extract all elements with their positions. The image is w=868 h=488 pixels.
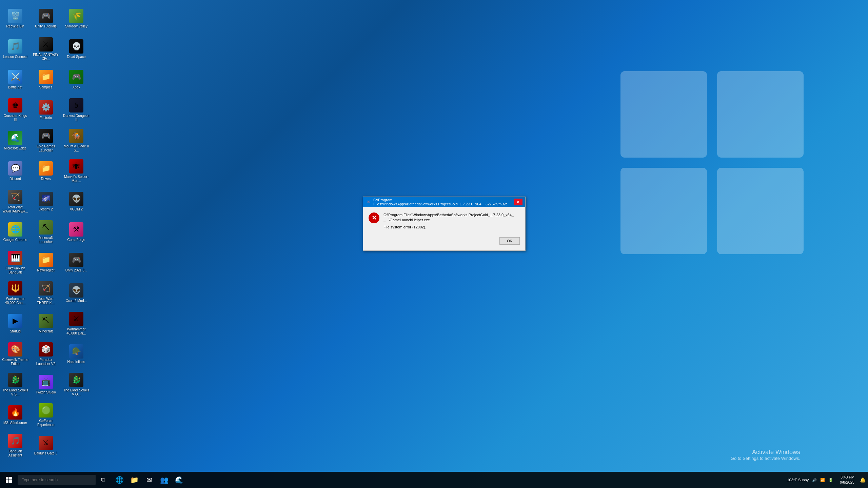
taskbar[interactable]: ⧉ 🌐 📁 ✉ 👥 🌊 103°F Sunny 🔊 📶 🔋 3:48 PM 9/… (0, 472, 868, 488)
desktop-icon-warhammer-2000[interactable]: ⚔ Warhammer 40,000 Dar... (61, 308, 92, 339)
icon-label-total-war-warhammer: Total War: WARHAMMER... (2, 205, 28, 214)
desktop-icon-minecraft-launcher[interactable]: ⛏ Minecraft Launcher (31, 217, 61, 247)
icon-label-cakewalk-bandlab: Cakewalk by BandLab (2, 266, 28, 274)
desktop-icon-destiny2[interactable]: 🌌 Destiny 2 (31, 186, 61, 217)
desktop-icon-dead-space[interactable]: 💀 Dead Space (61, 34, 92, 64)
desktop-icon-unity-tutorials[interactable]: 🎮 Unity Tutorials (31, 3, 61, 34)
desktop-icon-start-id[interactable]: ▶ Start.id (0, 308, 31, 339)
desktop-icon-marvels-spider[interactable]: 🕷 Marvel's Spider-Man... (61, 156, 92, 186)
icon-label-minecraft-launcher: Minecraft Launcher (33, 236, 59, 244)
desktop-icon-microsoft-edge[interactable]: 🌊 Microsoft Edge (0, 125, 31, 156)
svg-rect-0 (620, 71, 707, 158)
desktop-icon-new-project[interactable]: 📁 NewProject (31, 247, 61, 278)
icon-label-factorio: Factorio (40, 116, 52, 120)
desktop-icon-google-chrome[interactable]: 🌐 Google Chrome (0, 217, 31, 247)
taskbar-time: 3:48 PM (841, 475, 854, 480)
desktop-icon-twitch-studio[interactable]: 📺 Twitch Studio (31, 369, 61, 400)
taskbar-clock[interactable]: 3:48 PM 9/8/2023 (837, 475, 857, 485)
desktop-icon-cursed-forge[interactable]: ⚒ CurseForge (61, 217, 92, 247)
icon-image-mount-blade: 🏇 (69, 129, 83, 143)
desktop-icon-crusader-kings[interactable]: ♚ Crusader Kings III (0, 95, 31, 125)
desktop-icon-stardew-valley[interactable]: 🌾 Stardew Valley (61, 3, 92, 34)
icon-image-total-war-warhammer: 🏹 (8, 190, 22, 204)
desktop-icon-unity-2021[interactable]: 🎮 Unity 2021 3... (61, 247, 92, 278)
icon-image-epic-games: 🎮 (39, 129, 53, 143)
activate-subtitle: Go to Settings to activate Windows. (731, 456, 800, 461)
icon-label-cakewalk-theme: Cakewalk Theme Editor (2, 358, 28, 366)
icon-image-twitch-studio: 📺 (39, 375, 53, 389)
desktop-icon-recycle-bin[interactable]: 🗑️ Recycle Bin (0, 3, 31, 34)
desktop-icon-cakewalk-bandlab[interactable]: 🎹 Cakewalk by BandLab (0, 247, 31, 278)
desktop-icon-ffxiv[interactable]: ⚔ FINAL FANTASY XIV... (31, 34, 61, 64)
desktop-icon-elder-scrolls-v2[interactable]: 🐉 The Elder Scrolls V O... (61, 369, 92, 400)
error-dialog[interactable]: ✕ C:\Program Files\WindowsApps\BethedaSo… (363, 197, 526, 251)
desktop-icon-xbox[interactable]: 🎮 Xbox (61, 64, 92, 95)
taskbar-search-input[interactable] (18, 475, 96, 485)
desktop-icon-elder-scrolls-v1[interactable]: 🐉 The Elder Scrolls V S... (0, 369, 31, 400)
dialog-close-button[interactable]: ✕ (514, 199, 522, 205)
desktop-icon-nvidia-experience[interactable]: 🟢 GeForce Experience (31, 400, 61, 430)
desktop-icon-warhammer-40k[interactable]: 🔱 Warhammer 40,000 Cha... (0, 278, 31, 308)
svg-rect-1 (717, 71, 804, 158)
icon-label-google-chrome: Google Chrome (3, 238, 27, 242)
desktop-icon-darkest-dungeon[interactable]: 🕯 Darkest Dungeon II (61, 95, 92, 125)
icon-label-battle-net: Battle.net (8, 85, 22, 89)
svg-rect-3 (717, 168, 804, 254)
icon-image-cakewalk-theme: 🎨 (8, 342, 22, 357)
desktop-icon-xcom-mod[interactable]: 👽 Xcom2 Mod... (61, 278, 92, 308)
icon-image-baldurs-gate: ⚔ (39, 436, 53, 450)
desktop-icon-samples[interactable]: 📁 Samples (31, 64, 61, 95)
taskbar-volume-icon[interactable]: 📶 (819, 478, 826, 482)
desktop-icon-total-war-three[interactable]: 🏹 Total War: THREE K... (31, 278, 61, 308)
dialog-message: File system error (12002). (383, 225, 520, 229)
icon-label-destiny2: Destiny 2 (39, 207, 53, 211)
taskbar-explorer-icon[interactable]: 📁 (127, 472, 142, 487)
taskbar-battery-icon[interactable]: 🔋 (827, 478, 834, 482)
svg-rect-5 (9, 477, 12, 480)
icon-label-marvels-spider: Marvel's Spider-Man... (63, 175, 90, 183)
desktop-icon-battle-net[interactable]: ⚔️ Battle.net (0, 64, 31, 95)
taskbar-edge-icon[interactable]: 🌊 (172, 472, 186, 487)
dialog-app-icon: ✕ (366, 199, 371, 205)
taskbar-chrome-icon[interactable]: 🌐 (112, 472, 127, 487)
start-button[interactable] (0, 472, 18, 488)
taskbar-weather[interactable]: 103°F Sunny (786, 478, 810, 482)
icon-image-xcom2: 👽 (69, 192, 83, 206)
desktop-icon-halo-infinite[interactable]: 🪖 Halo Infinite (61, 339, 92, 369)
desktop-icon-drives[interactable]: 📁 Drives (31, 156, 61, 186)
icon-image-cursed-forge: ⚒ (69, 222, 83, 237)
dialog-titlebar: ✕ C:\Program Files\WindowsApps\BethedaSo… (363, 197, 525, 207)
icon-label-msi-afterburner: MSI Afterburner (3, 421, 27, 425)
desktop-icon-lesson-connect[interactable]: 🎵 Lesson Connect (0, 34, 31, 64)
desktop-icon-baldurs-gate[interactable]: ⚔ Baldur's Gate 3 (31, 430, 61, 461)
icon-label-warhammer-2000: Warhammer 40,000 Dar... (63, 327, 90, 336)
desktop-icon-discord[interactable]: 💬 Discord (0, 156, 31, 186)
desktop-icon-xcom2[interactable]: 👽 XCOM 2 (61, 186, 92, 217)
icon-label-xcom-mod: Xcom2 Mod... (66, 299, 87, 303)
desktop-icon-total-war-warhammer[interactable]: 🏹 Total War: WARHAMMER... (0, 186, 31, 217)
taskbar-teams-icon[interactable]: 👥 (157, 472, 172, 487)
icon-label-unity-tutorials: Unity Tutorials (35, 24, 56, 28)
desktop-icon-msi-afterburner[interactable]: 🔥 MSI Afterburner (0, 400, 31, 430)
desktop-icon-cakewalk-theme[interactable]: 🎨 Cakewalk Theme Editor (0, 339, 31, 369)
task-view-button[interactable]: ⧉ (96, 472, 111, 488)
desktop-icons: 🗑️ Recycle Bin 🎵 Lesson Connect ⚔️ Battl… (0, 3, 153, 464)
icon-image-elder-scrolls-v2: 🐉 (69, 373, 83, 387)
icon-image-warhammer-2000: ⚔ (69, 312, 83, 326)
desktop-icon-minecraft2[interactable]: ⛏ Minecraft (31, 308, 61, 339)
dialog-ok-button[interactable]: OK (499, 237, 520, 245)
desktop-icon-bandlab-assistant[interactable]: 🎵 BandLab Assistant (0, 430, 31, 461)
taskbar-mail-icon[interactable]: ✉ (142, 472, 157, 487)
taskbar-network-icon[interactable]: 🔊 (811, 478, 818, 482)
desktop-icon-factorio[interactable]: ⚙️ Factorio (31, 95, 61, 125)
icon-label-lesson-connect: Lesson Connect (3, 55, 27, 59)
icon-image-crusader-kings: ♚ (8, 98, 22, 113)
icon-label-nvidia-experience: GeForce Experience (33, 419, 59, 427)
icon-image-start-id: ▶ (8, 314, 22, 328)
desktop-icon-mount-blade[interactable]: 🏇 Mount & Blade II S... (61, 125, 92, 156)
icon-image-discord: 💬 (8, 161, 22, 176)
desktop-icon-paradox-launcher[interactable]: 🎲 Paradox Launcher V2 (31, 339, 61, 369)
icon-label-recycle-bin: Recycle Bin (6, 24, 24, 28)
taskbar-notification-button[interactable]: 🔔 (857, 472, 868, 488)
desktop-icon-epic-games[interactable]: 🎮 Epic Games Launcher (31, 125, 61, 156)
